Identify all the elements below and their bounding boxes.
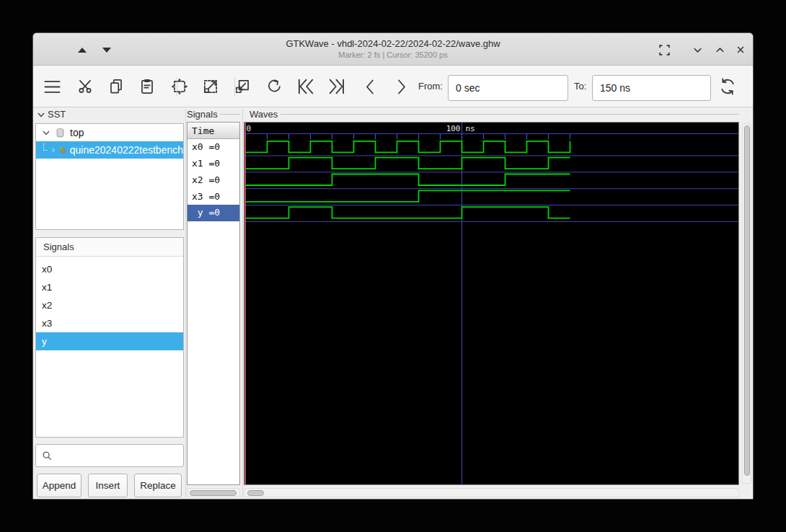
wave-name-row[interactable]: x2 =0 bbox=[187, 172, 239, 189]
sst-label: SST bbox=[48, 109, 66, 120]
waves-frame-label: Waves bbox=[250, 109, 739, 120]
waveform-canvas[interactable]: 0100ns bbox=[244, 122, 739, 485]
window-title: GTKWave - vhdl-2024-02-22/2024-02-22/wav… bbox=[33, 38, 753, 49]
wave-name-list: Time x0 =0 x1 =0 x2 =0 x3 =0 y =0 bbox=[187, 122, 240, 485]
search-icon bbox=[42, 451, 53, 461]
sst-tree-panel: top quine20240222testbench bbox=[35, 123, 184, 230]
zoom-out-button[interactable] bbox=[229, 73, 256, 100]
from-input[interactable] bbox=[448, 75, 568, 101]
signal-list-item[interactable]: x0 bbox=[36, 260, 183, 278]
tree-connector bbox=[43, 143, 48, 151]
chevron-up-icon bbox=[715, 45, 725, 56]
signal-list-item[interactable]: x3 bbox=[36, 314, 183, 332]
signals-panel: Signals x0 x1 x2 x3 y bbox=[35, 237, 184, 438]
next-edge-button[interactable] bbox=[387, 73, 415, 100]
gtkwave-window: GTKWave - vhdl-2024-02-22/2024-02-22/wav… bbox=[32, 32, 754, 500]
toolbar-separator bbox=[234, 77, 235, 97]
time-header-button[interactable]: Time bbox=[187, 123, 239, 139]
svg-text:100: 100 bbox=[446, 124, 461, 133]
wave-name-row[interactable]: x1 =0 bbox=[187, 156, 239, 172]
append-button[interactable]: Append bbox=[37, 474, 81, 497]
marker-cursor-status: Marker: 2 fs | Cursor: 35200 ps bbox=[33, 50, 753, 59]
to-label: To: bbox=[574, 81, 586, 92]
wave-vscrollbar[interactable] bbox=[742, 123, 751, 484]
copy-button[interactable] bbox=[102, 73, 130, 100]
wave-name-row[interactable]: x3 =0 bbox=[187, 189, 239, 205]
scissors-icon bbox=[76, 77, 94, 96]
zoom-fit-button[interactable] bbox=[166, 73, 193, 100]
cut-button[interactable] bbox=[71, 73, 99, 100]
main-content: SST top quine20240222testbenc bbox=[33, 107, 754, 500]
wave-name-hscrollbar[interactable] bbox=[187, 488, 240, 497]
tree-node-label: quine20240222testbench bbox=[70, 144, 183, 156]
skip-to-start-button[interactable] bbox=[292, 73, 319, 100]
skip-forward-icon bbox=[327, 76, 347, 97]
zoom-in-icon bbox=[201, 77, 220, 96]
fullscreen-icon bbox=[658, 44, 671, 56]
scrollbar-thumb[interactable] bbox=[190, 490, 237, 496]
to-input[interactable] bbox=[592, 75, 711, 101]
close-icon bbox=[736, 45, 746, 55]
tree-node-top[interactable]: top bbox=[36, 124, 183, 141]
main-toolbar: From: To: bbox=[33, 66, 753, 107]
wave-list-frame-label: Signals bbox=[187, 109, 240, 120]
chevron-left-icon bbox=[361, 77, 380, 97]
zoom-fit-icon bbox=[170, 77, 189, 96]
reload-icon bbox=[717, 76, 738, 97]
skip-to-end-button[interactable] bbox=[323, 73, 350, 100]
close-button[interactable] bbox=[731, 40, 750, 59]
waveform-plot: 0100ns bbox=[244, 123, 738, 484]
menu-button[interactable] bbox=[38, 73, 66, 100]
pane-splitter[interactable] bbox=[242, 109, 243, 498]
signals-panel-header: Signals bbox=[36, 238, 183, 257]
minimize-button[interactable] bbox=[688, 40, 707, 59]
replace-button[interactable]: Replace bbox=[134, 474, 182, 497]
tree-node-label: top bbox=[70, 127, 84, 138]
insert-button[interactable]: Insert bbox=[88, 474, 128, 497]
from-label: From: bbox=[418, 81, 443, 92]
zoom-in-button[interactable] bbox=[197, 73, 224, 100]
clipboard-paste-icon bbox=[138, 77, 156, 96]
undo-button[interactable] bbox=[260, 73, 288, 100]
wave-name-row[interactable]: x0 =0 bbox=[187, 139, 239, 156]
svg-text:0: 0 bbox=[247, 124, 252, 133]
database-icon bbox=[55, 128, 66, 138]
component-icon bbox=[58, 144, 66, 156]
chevron-down-icon bbox=[42, 128, 50, 137]
signal-search-input[interactable] bbox=[35, 444, 184, 467]
reload-button[interactable] bbox=[714, 73, 741, 100]
chevron-right-icon bbox=[392, 77, 411, 97]
titlebar[interactable]: GTKWave - vhdl-2024-02-22/2024-02-22/wav… bbox=[33, 33, 753, 66]
copy-icon bbox=[107, 77, 125, 96]
maximize-button[interactable] bbox=[710, 40, 729, 59]
signal-list-item[interactable]: x2 bbox=[36, 296, 183, 314]
wave-hscrollbar[interactable] bbox=[244, 488, 739, 497]
svg-text:ns: ns bbox=[466, 124, 475, 133]
zoom-out-icon bbox=[233, 77, 252, 96]
pane-splitter[interactable] bbox=[185, 109, 186, 498]
chevron-down-icon bbox=[692, 45, 703, 56]
undo-icon bbox=[265, 77, 283, 96]
scrollbar-thumb[interactable] bbox=[247, 490, 264, 496]
paste-button[interactable] bbox=[133, 73, 161, 100]
fullscreen-button[interactable] bbox=[655, 40, 674, 59]
prev-edge-button[interactable] bbox=[356, 73, 384, 100]
chevron-right-icon bbox=[50, 146, 56, 154]
signal-list-item-selected[interactable]: y bbox=[36, 332, 183, 350]
sst-expander[interactable]: SST bbox=[37, 109, 66, 120]
skip-backward-icon bbox=[296, 76, 316, 97]
wave-name-row-selected[interactable]: y =0 bbox=[187, 205, 239, 221]
signal-list-item[interactable]: x1 bbox=[36, 278, 183, 296]
chevron-down-icon bbox=[37, 110, 45, 119]
tree-node-testbench[interactable]: quine20240222testbench bbox=[36, 141, 183, 159]
hamburger-menu-icon bbox=[43, 77, 62, 97]
scrollbar-thumb[interactable] bbox=[744, 125, 750, 476]
